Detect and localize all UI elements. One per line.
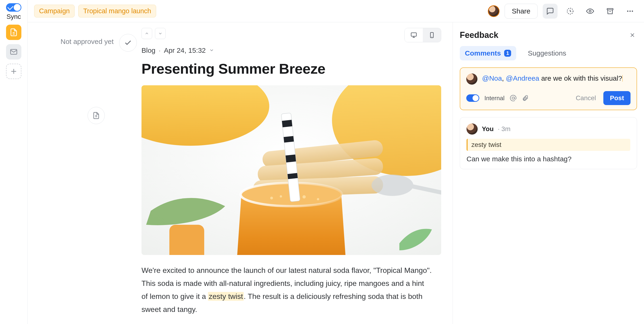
svg-point-31 <box>280 195 282 198</box>
left-rail: Sync <box>0 0 28 324</box>
internal-toggle[interactable] <box>466 94 479 102</box>
feedback-tabs: Comments 1 Suggestions <box>460 46 637 61</box>
history-icon <box>566 7 574 15</box>
desktop-view-button[interactable] <box>405 28 423 42</box>
prev-post-button[interactable] <box>142 28 152 39</box>
svg-point-32 <box>302 195 306 198</box>
comment-card[interactable]: You · 3m zesty twist Can we make this in… <box>460 117 637 169</box>
paperclip-icon <box>522 95 529 102</box>
comment-author: You <box>482 125 494 133</box>
svg-rect-7 <box>607 8 613 10</box>
sync-label: Sync <box>6 13 21 21</box>
chevron-down-icon <box>209 47 214 54</box>
text-caret <box>622 75 623 82</box>
comment-time: · 3m <box>498 125 510 133</box>
svg-point-6 <box>589 10 591 12</box>
history-button[interactable] <box>563 4 578 19</box>
mail-icon <box>10 48 18 56</box>
panel-title: Feedback <box>460 30 498 40</box>
more-button[interactable] <box>623 4 638 19</box>
nav-mail-button[interactable] <box>6 44 21 60</box>
sync-toggle[interactable] <box>6 3 21 12</box>
archive-button[interactable] <box>603 4 618 19</box>
archive-icon <box>606 7 614 15</box>
mango-smoothie-illustration <box>142 85 441 255</box>
svg-point-9 <box>627 11 628 12</box>
feedback-panel: Feedback Comments 1 Suggestions <box>452 22 644 324</box>
mobile-view-button[interactable] <box>423 28 441 42</box>
svg-point-42 <box>512 97 514 99</box>
attach-button[interactable] <box>522 95 529 102</box>
comments-count-badge: 1 <box>504 50 511 57</box>
svg-point-10 <box>629 11 631 12</box>
comment-quote: zesty twist <box>466 139 630 151</box>
doc-kind: Blog <box>142 47 156 54</box>
tag-campaign[interactable]: Campaign <box>34 5 74 18</box>
top-actions: Share <box>488 4 638 19</box>
hero-image[interactable] <box>142 85 441 255</box>
device-switch <box>404 28 441 42</box>
breadcrumb-tags: Campaign Tropical mango launch <box>34 5 156 18</box>
internal-label: Internal <box>484 95 504 102</box>
doc-body[interactable]: We're excited to announce the launch of … <box>142 264 432 316</box>
eye-icon <box>586 7 594 15</box>
comment-composer: @Noa, @Andreea are we ok with this visua… <box>460 67 637 110</box>
svg-rect-38 <box>286 155 296 162</box>
chevron-down-icon <box>158 31 163 36</box>
doc-timestamp: Apr 24, 15:32 <box>164 47 206 54</box>
mention-1[interactable]: @Noa <box>482 74 502 82</box>
sync-block: Sync <box>6 3 21 21</box>
at-icon <box>510 95 517 102</box>
mention-2[interactable]: @Andreea <box>506 74 539 82</box>
tab-suggestions[interactable]: Suggestions <box>523 46 571 61</box>
plus-icon <box>10 67 18 76</box>
svg-rect-12 <box>411 33 416 36</box>
topbar: Campaign Tropical mango launch Share <box>28 0 644 22</box>
share-button[interactable]: Share <box>504 4 538 19</box>
document-icon <box>10 28 18 37</box>
approval-status: Not approved yet <box>61 34 114 46</box>
post-button[interactable]: Post <box>603 91 630 105</box>
user-avatar[interactable] <box>488 5 500 17</box>
doc-meta[interactable]: Blog · Apr 24, 15:32 <box>142 47 441 54</box>
next-post-button[interactable] <box>155 28 166 39</box>
doc-type-button[interactable] <box>88 107 105 124</box>
comments-toggle-button[interactable] <box>543 4 558 19</box>
svg-point-33 <box>317 198 319 200</box>
check-icon <box>124 39 132 47</box>
svg-rect-37 <box>284 136 294 142</box>
svg-point-30 <box>270 197 273 199</box>
mention-button[interactable] <box>510 95 517 102</box>
composer-input[interactable]: @Noa, @Andreea are we ok with this visua… <box>482 74 623 83</box>
svg-rect-27 <box>169 225 204 255</box>
preview-button[interactable] <box>583 4 598 19</box>
close-icon <box>629 32 636 38</box>
nav-add-button[interactable] <box>6 64 21 79</box>
mobile-icon <box>428 32 435 39</box>
page-icon <box>92 112 100 119</box>
chat-icon <box>546 7 554 15</box>
doc-title[interactable]: Presenting Summer Breeze <box>142 61 441 77</box>
cancel-button[interactable]: Cancel <box>572 92 600 105</box>
svg-point-11 <box>632 11 633 12</box>
composer-avatar <box>466 74 478 85</box>
svg-rect-39 <box>288 173 298 179</box>
svg-rect-36 <box>282 120 292 127</box>
approval-block: Not approved yet <box>28 22 142 324</box>
nav-doc-button[interactable] <box>6 25 21 40</box>
dots-icon <box>626 7 634 15</box>
tab-comments[interactable]: Comments 1 <box>460 46 516 61</box>
comment-body: Can we make this into a hashtag? <box>466 155 630 163</box>
body-highlight[interactable]: zesty twist <box>208 292 244 301</box>
chevron-up-icon <box>144 31 149 36</box>
desktop-icon <box>410 32 417 39</box>
tag-project[interactable]: Tropical mango launch <box>78 5 156 18</box>
post-nav <box>142 28 166 39</box>
close-panel-button[interactable] <box>628 31 637 40</box>
approve-button[interactable] <box>119 34 137 52</box>
comment-avatar <box>466 123 478 135</box>
